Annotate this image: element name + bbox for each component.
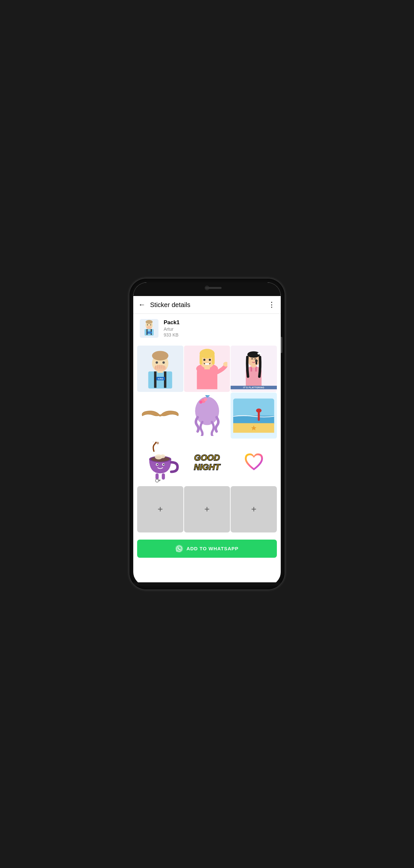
add-button-label: ADD TO WHATSAPP xyxy=(186,546,238,551)
sticker-heart-svg xyxy=(241,450,267,475)
empty-slot-1[interactable]: + xyxy=(137,486,183,532)
add-to-whatsapp-button[interactable]: ADD TO WHATSAPP xyxy=(137,539,277,558)
add-sticker-icon-1: + xyxy=(158,504,163,514)
svg-point-7 xyxy=(146,326,152,329)
svg-point-8 xyxy=(147,324,148,326)
phone-frame: ← Sticker details ⋮ xyxy=(129,279,285,589)
svg-rect-31 xyxy=(212,354,214,365)
svg-point-33 xyxy=(209,359,211,361)
svg-point-47 xyxy=(199,400,203,404)
svg-text:KRIS: KRIS xyxy=(158,377,164,380)
svg-rect-34 xyxy=(205,363,209,365)
sticker-pink-svg xyxy=(186,348,228,389)
svg-point-56 xyxy=(152,442,154,442)
sticker-6[interactable] xyxy=(231,393,277,439)
sticker-hair-svg xyxy=(186,395,228,436)
svg-point-9 xyxy=(150,324,151,326)
sticker-grid: KRIS xyxy=(133,343,281,535)
svg-point-17 xyxy=(152,351,169,361)
svg-point-48 xyxy=(204,398,207,401)
svg-point-45 xyxy=(195,397,219,425)
svg-point-18 xyxy=(156,362,158,364)
flattering-text-overlay: IT'S FLATTERING xyxy=(231,386,277,389)
empty-slot-2[interactable]: + xyxy=(184,486,230,532)
svg-point-44 xyxy=(159,414,162,416)
sticker-beach-svg xyxy=(233,395,274,436)
app-header: ← Sticker details ⋮ xyxy=(133,296,281,314)
sticker-7[interactable] xyxy=(137,439,183,486)
sticker-mustache-svg xyxy=(140,399,181,432)
sticker-man-mouth-svg: KRIS xyxy=(140,348,181,389)
svg-rect-11 xyxy=(154,371,156,388)
pack-metadata: Pack1 Artur 933 KB xyxy=(164,319,179,338)
sticker-2[interactable] xyxy=(184,346,230,392)
pack-author: Artur xyxy=(164,327,179,332)
sticker-9[interactable] xyxy=(231,439,277,486)
pack-name: Pack1 xyxy=(164,319,179,326)
svg-text:KRIS: KRIS xyxy=(148,332,151,334)
add-sticker-icon-2: + xyxy=(204,504,210,514)
good-night-text: GOOD NIGHT xyxy=(194,453,220,471)
good-night-line1: GOOD xyxy=(194,453,220,463)
sticker-1[interactable]: KRIS xyxy=(137,346,183,392)
back-button[interactable]: ← xyxy=(138,301,145,309)
thumbnail-svg: KRIS xyxy=(140,319,158,338)
svg-point-54 xyxy=(256,408,262,413)
sticker-flattering-svg xyxy=(233,348,274,389)
svg-rect-66 xyxy=(162,473,165,480)
svg-point-55 xyxy=(157,442,159,444)
sticker-8[interactable]: GOOD NIGHT xyxy=(184,439,230,486)
pack-thumbnail: KRIS xyxy=(140,319,159,338)
svg-point-32 xyxy=(203,359,205,361)
sticker-coffee-svg xyxy=(140,442,181,483)
speaker xyxy=(205,287,221,289)
svg-rect-41 xyxy=(257,353,261,355)
phone-status-bar xyxy=(133,282,281,296)
page-title: Sticker details xyxy=(150,301,268,309)
add-sticker-icon-3: + xyxy=(251,504,256,514)
app-content: ← Sticker details ⋮ xyxy=(133,296,281,582)
side-button xyxy=(281,337,282,353)
pack-size: 933 KB xyxy=(164,332,179,338)
phone-inner: ← Sticker details ⋮ xyxy=(133,282,281,586)
sticker-3[interactable]: IT'S FLATTERING xyxy=(231,346,277,392)
svg-rect-69 xyxy=(159,480,160,481)
menu-button[interactable]: ⋮ xyxy=(268,301,276,309)
svg-point-19 xyxy=(162,362,165,364)
svg-point-1 xyxy=(145,320,153,324)
svg-point-60 xyxy=(160,455,165,458)
svg-rect-30 xyxy=(200,354,202,365)
whatsapp-icon xyxy=(175,545,183,553)
phone-bottom-bar xyxy=(133,582,281,586)
svg-rect-65 xyxy=(156,473,159,480)
svg-point-40 xyxy=(247,351,260,358)
pack-info: KRIS Pack1 Artur 933 KB xyxy=(133,314,281,343)
empty-slot-3[interactable]: + xyxy=(231,486,277,532)
svg-point-63 xyxy=(157,464,158,465)
whatsapp-logo xyxy=(176,546,182,552)
sticker-4[interactable] xyxy=(137,393,183,439)
svg-point-43 xyxy=(255,360,258,362)
sticker-5[interactable] xyxy=(184,393,230,439)
svg-point-64 xyxy=(163,464,164,465)
good-night-line2: NIGHT xyxy=(194,463,220,472)
